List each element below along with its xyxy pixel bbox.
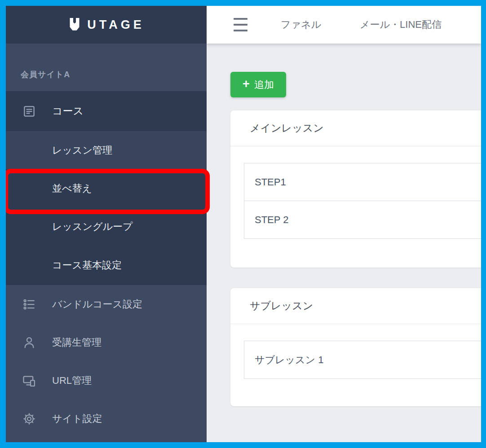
sortable-item[interactable]: サブレッスン 1 [244,341,486,379]
sidebar-item-site-settings[interactable]: サイト設定 [6,400,207,438]
plus-icon: + [243,78,250,90]
sidebar-item-url-management[interactable]: URL管理 [6,361,207,400]
sortable-list: STEP1 STEP 2 [230,146,486,239]
hamburger-icon[interactable] [233,16,248,33]
sidebar-subitem-label: レッスン管理 [52,144,112,157]
sidebar-item-student-management[interactable]: 受講生管理 [6,323,207,361]
sidebar-item-bundle-course-settings[interactable]: バンドルコース設定 [6,285,207,323]
person-icon [22,336,36,349]
sidebar-item-label: URL管理 [52,374,92,387]
sortable-item[interactable]: STEP1 [244,163,486,201]
list-item-label: STEP 2 [255,214,288,226]
document-lines-icon [22,105,36,118]
sidebar-item-label: バンドルコース設定 [52,298,142,311]
sidebar-subitem-label: レッスングループ [52,220,133,233]
main-lesson-card: メインレッスン STEP1 STEP 2 [230,110,486,268]
utage-u-icon [68,16,81,33]
sidebar-subitem-lesson-group[interactable]: レッスングループ [6,207,207,246]
card-title: サブレッスン [230,288,486,324]
logo[interactable]: UTAGE [6,6,207,44]
sidebar-subitem-label: コース基本設定 [52,259,122,272]
topnav-item-mail-line[interactable]: メール・LINE配信 [360,18,442,31]
sidebar-item-label: サイト設定 [52,412,102,426]
gear-icon [22,412,36,426]
devices-icon [22,374,36,387]
sidebar-item-label: 受講生管理 [52,336,102,349]
sortable-item[interactable]: STEP 2 [244,201,486,239]
topbar-nav: ファネル メール・LINE配信 [281,6,442,44]
topnav-item-funnel[interactable]: ファネル [281,18,321,31]
sidebar-subitem-course-basic-settings[interactable]: コース基本設定 [6,246,207,285]
sidebar-item-course[interactable]: コース [6,91,207,131]
logo-text: UTAGE [87,18,145,32]
add-button-label: 追加 [254,78,274,92]
sidebar-subitem-lesson-management[interactable]: レッスン管理 [6,131,207,169]
list-item-label: STEP1 [255,176,286,188]
sidebar: UTAGE 会員サイトA コース レッスン管理 並べ替え レッスングループ コー… [6,6,207,442]
topbar: ファネル メール・LINE配信 [207,6,481,44]
bundle-list-icon [22,298,36,311]
sidebar-section-label: 会員サイトA [6,44,207,91]
sidebar-subitem-sort[interactable]: 並べ替え [6,169,207,207]
sortable-list: サブレッスン 1 [230,324,486,379]
list-item-label: サブレッスン 1 [255,353,323,367]
card-title: メインレッスン [230,110,486,146]
add-button[interactable]: + 追加 [230,72,286,97]
sub-lesson-card: サブレッスン サブレッスン 1 [230,288,486,406]
sidebar-item-label: コース [52,104,84,118]
sidebar-subitem-label: 並べ替え [52,182,92,195]
